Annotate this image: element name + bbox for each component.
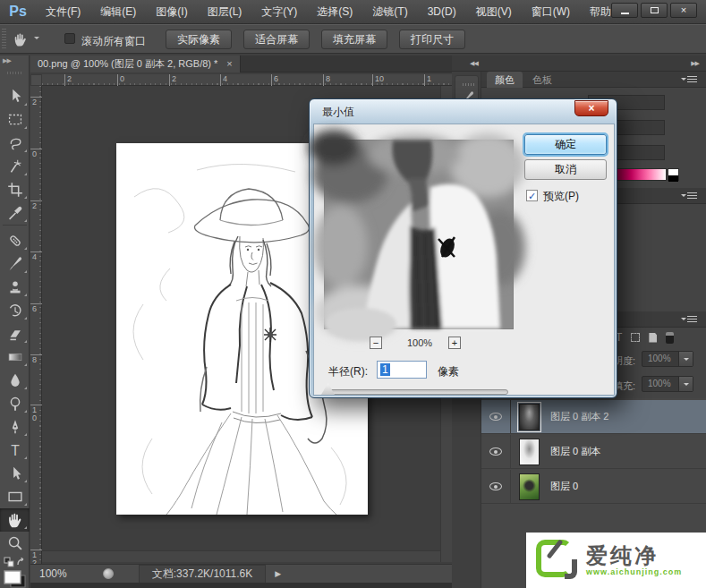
- tab-close-icon[interactable]: ×: [226, 58, 232, 69]
- menu-filter[interactable]: 滤镜(T): [362, 0, 417, 24]
- history-brush-tool[interactable]: [0, 299, 30, 322]
- menu-file[interactable]: 文件(F): [36, 0, 90, 24]
- preview-checkbox[interactable]: ✓: [526, 190, 538, 201]
- ruler-corner: [30, 74, 42, 86]
- rectangle-shape-tool[interactable]: [0, 485, 30, 508]
- radius-slider-track[interactable]: [327, 389, 508, 395]
- move-tool[interactable]: [0, 85, 30, 108]
- preview-zoom-out-button[interactable]: −: [370, 337, 382, 349]
- eyedropper-tool[interactable]: [0, 201, 30, 225]
- layer-visibility-toggle[interactable]: [481, 400, 511, 433]
- rectangular-marquee-tool[interactable]: [0, 108, 30, 132]
- spot-healing-brush-tool[interactable]: [0, 229, 30, 252]
- horizontal-scrollbar[interactable]: [42, 550, 440, 562]
- hand-tool-preset-icon[interactable]: [12, 30, 31, 48]
- tab-swatches[interactable]: 色板: [524, 72, 560, 88]
- layer-row-1[interactable]: 图层 0 副本: [481, 435, 706, 469]
- fill-dropdown[interactable]: 100%: [642, 376, 693, 392]
- swap-colors-icon[interactable]: [4, 557, 27, 568]
- close-button[interactable]: ×: [670, 3, 697, 18]
- menu-view[interactable]: 视图(V): [466, 0, 522, 24]
- minimize-button[interactable]: [611, 3, 638, 18]
- watermark-logo-icon: [536, 540, 577, 581]
- layer-row-0[interactable]: 图层 0 副本 2: [481, 400, 706, 434]
- ruler-label: 2: [32, 202, 37, 210]
- horizontal-ruler[interactable]: 2 0 2 4 6 8 10 1: [42, 74, 452, 86]
- brush-tool[interactable]: [0, 252, 30, 276]
- actual-pixels-button[interactable]: 实际像素: [166, 30, 232, 49]
- hand-tool[interactable]: [0, 508, 30, 532]
- clone-stamp-tool[interactable]: [0, 276, 30, 299]
- ok-button[interactable]: 确定: [524, 134, 607, 155]
- dodge-tool[interactable]: [0, 392, 30, 415]
- filter-preview-image[interactable]: [324, 140, 514, 329]
- color-ramp-chips[interactable]: [668, 168, 679, 181]
- opacity-dropdown[interactable]: 100%: [642, 351, 693, 367]
- menu-window[interactable]: 窗口(W): [522, 0, 580, 24]
- menu-type[interactable]: 文字(Y): [251, 0, 307, 24]
- panel-menu-icon[interactable]: [687, 192, 697, 200]
- type-tool[interactable]: T: [0, 439, 30, 462]
- menu-3d[interactable]: 3D(D): [418, 0, 466, 24]
- dialog-close-button[interactable]: ×: [574, 100, 608, 116]
- maximize-button[interactable]: [641, 3, 668, 18]
- radius-unit-label: 像素: [438, 364, 459, 379]
- panel-menu-icon[interactable]: [687, 316, 697, 323]
- layer-visibility-toggle[interactable]: [481, 435, 511, 468]
- tab-color[interactable]: 颜色: [487, 72, 523, 88]
- options-grip[interactable]: [2, 29, 6, 50]
- lock-all-icon[interactable]: [666, 332, 674, 344]
- lock-position-icon[interactable]: [631, 333, 640, 342]
- crop-tool[interactable]: [0, 178, 30, 201]
- tools-grip[interactable]: [7, 72, 22, 74]
- preset-dropdown-icon[interactable]: [34, 37, 39, 42]
- print-size-button[interactable]: 打印尺寸: [399, 30, 465, 49]
- minidock-grip: [463, 83, 474, 86]
- menu-bar: Ps 文件(F) 编辑(E) 图像(I) 图层(L) 文字(Y) 选择(S) 滤…: [0, 0, 706, 24]
- preview-checkbox-label: 预览(P): [543, 189, 579, 204]
- document-bottom-edge: [30, 583, 452, 588]
- preview-zoom-in-button[interactable]: +: [448, 337, 461, 349]
- path-selection-tool[interactable]: [0, 462, 30, 485]
- foreground-background-color-swatch[interactable]: [4, 570, 27, 588]
- menu-select[interactable]: 选择(S): [307, 0, 362, 24]
- eye-icon: [489, 447, 502, 456]
- document-tab[interactable]: 00.png @ 100% (图层 0 副本 2, RGB/8) *×: [30, 55, 241, 72]
- layer-row-2[interactable]: 图层 0: [481, 470, 706, 504]
- pen-tool[interactable]: [0, 415, 30, 439]
- magic-wand-tool[interactable]: [0, 155, 30, 178]
- zoom-tool[interactable]: [0, 532, 30, 555]
- lock-pixels-icon[interactable]: [649, 333, 657, 343]
- panel-menu-icon[interactable]: [687, 76, 697, 83]
- menu-image[interactable]: 图像(I): [146, 0, 197, 24]
- watermark-title: 爱纯净: [586, 544, 682, 567]
- tools-collapse-icon[interactable]: ▶▶: [3, 57, 11, 64]
- vertical-ruler[interactable]: 2 0 2 4 6 8 10 12: [30, 86, 42, 588]
- scroll-all-windows-checkbox[interactable]: [64, 33, 75, 44]
- status-flyout-icon[interactable]: ▶: [275, 569, 281, 578]
- collapse-panels-left-icon[interactable]: ◀◀: [470, 60, 478, 67]
- menu-edit[interactable]: 编辑(E): [90, 0, 146, 24]
- layer-name: 图层 0: [550, 480, 578, 493]
- gradient-tool[interactable]: [0, 345, 30, 369]
- cancel-button[interactable]: 取消: [524, 159, 607, 180]
- layer-visibility-toggle[interactable]: [481, 470, 511, 503]
- layer-thumbnail[interactable]: [519, 439, 540, 465]
- layer-thumbnail[interactable]: [519, 404, 540, 430]
- status-zoom-level[interactable]: 100%: [39, 567, 67, 580]
- blur-tool[interactable]: [0, 369, 30, 392]
- fill-dropdown-icon[interactable]: [678, 377, 693, 391]
- fit-screen-button[interactable]: 适合屏幕: [243, 30, 310, 49]
- collapse-panels-right-icon[interactable]: ▶▶: [691, 60, 699, 67]
- check-icon: ✓: [528, 191, 536, 201]
- adobe-drive-icon[interactable]: [103, 568, 114, 579]
- eraser-tool[interactable]: [0, 322, 30, 345]
- fill-screen-button[interactable]: 填充屏幕: [321, 30, 387, 49]
- layer-thumbnail[interactable]: [519, 473, 540, 500]
- radius-input[interactable]: 1: [377, 361, 427, 379]
- menu-layer[interactable]: 图层(L): [198, 0, 252, 24]
- color-panel-header: 颜色 色板: [481, 72, 706, 88]
- ruler-label: 10: [32, 406, 38, 422]
- lasso-tool[interactable]: [0, 132, 30, 155]
- opacity-dropdown-icon[interactable]: [678, 352, 693, 366]
